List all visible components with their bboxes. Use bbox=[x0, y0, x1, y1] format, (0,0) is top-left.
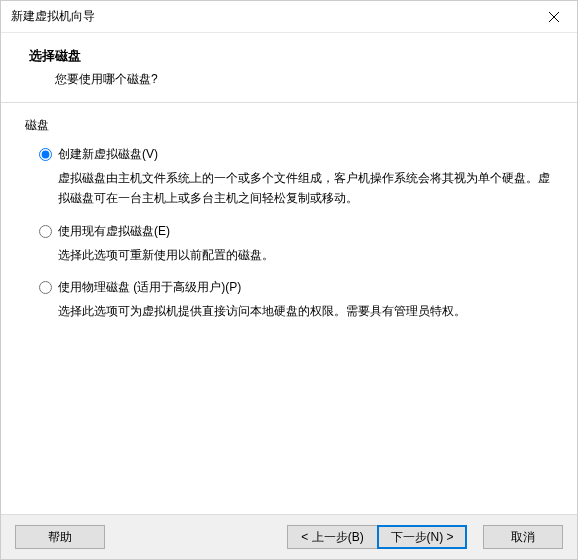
group-label: 磁盘 bbox=[25, 117, 553, 134]
option-label[interactable]: 使用物理磁盘 (适用于高级用户)(P) bbox=[58, 279, 241, 296]
page-title: 选择磁盘 bbox=[29, 47, 577, 65]
wizard-content: 磁盘 创建新虚拟磁盘(V) 虚拟磁盘由主机文件系统上的一个或多个文件组成，客户机… bbox=[1, 103, 577, 514]
close-icon bbox=[549, 12, 559, 22]
wizard-header: 选择磁盘 您要使用哪个磁盘? bbox=[1, 33, 577, 103]
back-button[interactable]: < 上一步(B) bbox=[287, 525, 377, 549]
option-row: 使用物理磁盘 (适用于高级用户)(P) bbox=[39, 279, 553, 296]
option-create-new: 创建新虚拟磁盘(V) 虚拟磁盘由主机文件系统上的一个或多个文件组成，客户机操作系… bbox=[25, 146, 553, 209]
wizard-footer: 帮助 < 上一步(B) 下一步(N) > 取消 bbox=[1, 514, 577, 559]
nav-button-group: < 上一步(B) 下一步(N) > bbox=[287, 525, 467, 549]
option-use-existing: 使用现有虚拟磁盘(E) 选择此选项可重新使用以前配置的磁盘。 bbox=[25, 223, 553, 266]
close-button[interactable] bbox=[531, 1, 577, 33]
option-physical-disk: 使用物理磁盘 (适用于高级用户)(P) 选择此选项可为虚拟机提供直接访问本地硬盘… bbox=[25, 279, 553, 322]
option-row: 使用现有虚拟磁盘(E) bbox=[39, 223, 553, 240]
footer-right: < 上一步(B) 下一步(N) > 取消 bbox=[287, 525, 563, 549]
radio-use-existing[interactable] bbox=[39, 225, 52, 238]
radio-create-new[interactable] bbox=[39, 148, 52, 161]
option-label[interactable]: 使用现有虚拟磁盘(E) bbox=[58, 223, 170, 240]
cancel-button[interactable]: 取消 bbox=[483, 525, 563, 549]
option-desc: 虚拟磁盘由主机文件系统上的一个或多个文件组成，客户机操作系统会将其视为单个硬盘。… bbox=[39, 169, 553, 209]
option-label[interactable]: 创建新虚拟磁盘(V) bbox=[58, 146, 158, 163]
option-desc: 选择此选项可为虚拟机提供直接访问本地硬盘的权限。需要具有管理员特权。 bbox=[39, 302, 553, 322]
radio-physical-disk[interactable] bbox=[39, 281, 52, 294]
next-button[interactable]: 下一步(N) > bbox=[377, 525, 467, 549]
wizard-window: 新建虚拟机向导 选择磁盘 您要使用哪个磁盘? 磁盘 创建新虚拟磁盘(V) 虚拟磁… bbox=[0, 0, 578, 560]
option-row: 创建新虚拟磁盘(V) bbox=[39, 146, 553, 163]
titlebar: 新建虚拟机向导 bbox=[1, 1, 577, 33]
page-subtitle: 您要使用哪个磁盘? bbox=[29, 71, 577, 88]
window-title: 新建虚拟机向导 bbox=[11, 8, 531, 25]
option-desc: 选择此选项可重新使用以前配置的磁盘。 bbox=[39, 246, 553, 266]
help-button[interactable]: 帮助 bbox=[15, 525, 105, 549]
